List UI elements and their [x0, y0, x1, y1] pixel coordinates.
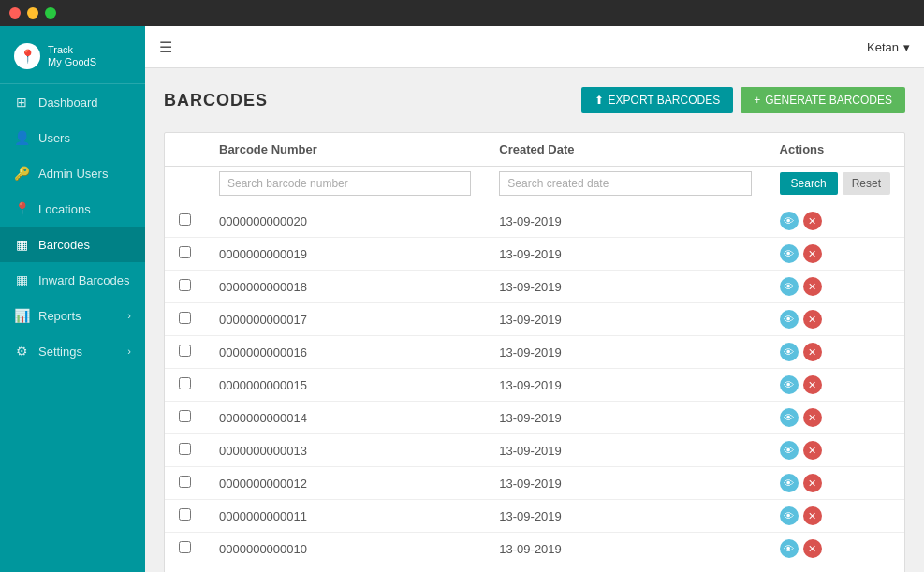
- view-icon[interactable]: 👁: [780, 310, 799, 329]
- edit-icon[interactable]: ✕: [803, 375, 822, 394]
- view-icon[interactable]: 👁: [780, 343, 799, 361]
- generate-barcodes-button[interactable]: + GENERATE BARCODES: [741, 87, 905, 113]
- row-checkbox-cell: [165, 369, 205, 402]
- table-row: 0000000000010 13-09-2019 👁 ✕: [165, 533, 904, 565]
- barcodes-table-container: Barcode Number Created Date Actions: [164, 132, 905, 572]
- table-row: 0000000000012 13-09-2019 👁 ✕: [165, 467, 904, 500]
- close-button[interactable]: [9, 7, 21, 19]
- location-icon: 📍: [14, 201, 29, 216]
- row-checkbox[interactable]: [179, 213, 191, 226]
- header-buttons: ⬆ EXPORT BARCODES + GENERATE BARCODES: [581, 87, 905, 113]
- row-date: 13-09-2019: [485, 238, 765, 271]
- edit-icon[interactable]: ✕: [803, 212, 822, 230]
- row-checkbox[interactable]: [179, 476, 191, 488]
- sidebar-item-barcodes[interactable]: ▦ Barcodes: [0, 227, 145, 262]
- action-icons: 👁 ✕: [780, 310, 890, 329]
- view-icon[interactable]: 👁: [780, 506, 799, 525]
- search-button[interactable]: Search: [780, 172, 838, 195]
- logo-icon: 📍: [14, 43, 40, 69]
- search-actions-cell: Search Reset: [766, 167, 904, 206]
- table-row: 0000000000020 13-09-2019 👁 ✕: [165, 205, 904, 238]
- search-date-input[interactable]: [499, 171, 751, 196]
- view-icon[interactable]: 👁: [780, 441, 799, 460]
- row-actions: 👁 ✕: [766, 303, 904, 336]
- edit-icon[interactable]: ✕: [803, 310, 822, 329]
- hamburger-button[interactable]: ☰: [159, 38, 172, 56]
- row-barcode: 0000000000017: [205, 303, 485, 336]
- sidebar-item-label: Locations: [38, 202, 91, 216]
- export-barcodes-button[interactable]: ⬆ EXPORT BARCODES: [581, 87, 734, 113]
- table-row: 0000000000016 13-09-2019 👁 ✕: [165, 336, 904, 369]
- row-checkbox[interactable]: [179, 541, 191, 553]
- row-barcode: 0000000000020: [205, 205, 485, 238]
- page-title: BARCODES: [164, 91, 268, 110]
- row-checkbox[interactable]: [179, 410, 191, 422]
- sidebar-item-inward-barcodes[interactable]: ▦ Inward Barcodes: [0, 262, 145, 298]
- table-row: 0000000000018 13-09-2019 👁 ✕: [165, 271, 904, 303]
- row-actions: 👁 ✕: [766, 271, 904, 303]
- view-icon[interactable]: 👁: [780, 375, 799, 394]
- sidebar-item-label: Reports: [38, 309, 81, 323]
- row-actions: 👁 ✕: [766, 238, 904, 271]
- col-checkbox: [165, 133, 205, 167]
- reset-button[interactable]: Reset: [843, 172, 890, 195]
- table-row: 0000000000011 13-09-2019 👁 ✕: [165, 500, 904, 533]
- edit-icon[interactable]: ✕: [803, 441, 822, 460]
- edit-icon[interactable]: ✕: [803, 277, 822, 296]
- view-icon[interactable]: 👁: [780, 277, 799, 296]
- sidebar-item-reports[interactable]: 📊 Reports ›: [0, 298, 145, 333]
- row-actions: 👁 ✕: [766, 336, 904, 369]
- edit-icon[interactable]: ✕: [803, 539, 822, 558]
- row-date: 13-09-2019: [485, 500, 765, 533]
- row-date: 13-09-2019: [485, 402, 765, 434]
- row-checkbox-cell: [165, 238, 205, 271]
- view-icon[interactable]: 👁: [780, 539, 799, 558]
- row-checkbox-cell: [165, 336, 205, 369]
- view-icon[interactable]: 👁: [780, 408, 799, 427]
- row-checkbox[interactable]: [179, 377, 191, 389]
- row-barcode: 0000000000009: [205, 565, 485, 573]
- users-icon: 👤: [14, 130, 29, 145]
- row-checkbox[interactable]: [179, 312, 191, 324]
- edit-icon[interactable]: ✕: [803, 474, 822, 492]
- search-date-cell: [485, 167, 765, 206]
- reports-arrow-icon: ›: [127, 310, 131, 321]
- row-date: 13-09-2019: [485, 271, 765, 303]
- sidebar-item-users[interactable]: 👤 Users: [0, 120, 145, 155]
- row-checkbox[interactable]: [179, 279, 191, 291]
- edit-icon[interactable]: ✕: [803, 408, 822, 427]
- view-icon[interactable]: 👁: [780, 244, 799, 263]
- col-actions: Actions: [766, 133, 904, 167]
- view-icon[interactable]: 👁: [780, 212, 799, 230]
- table-row: 0000000000019 13-09-2019 👁 ✕: [165, 238, 904, 271]
- sidebar-item-label: Dashboard: [38, 95, 98, 110]
- user-menu[interactable]: Ketan ▾: [867, 40, 910, 54]
- maximize-button[interactable]: [45, 7, 56, 19]
- view-icon[interactable]: 👁: [780, 474, 799, 492]
- minimize-button[interactable]: [27, 7, 38, 19]
- search-barcode-input[interactable]: [219, 171, 471, 196]
- edit-icon[interactable]: ✕: [803, 244, 822, 263]
- edit-icon[interactable]: ✕: [803, 343, 822, 361]
- action-icons: 👁 ✕: [780, 441, 890, 460]
- sidebar-item-locations[interactable]: 📍 Locations: [0, 191, 145, 227]
- row-checkbox[interactable]: [179, 246, 191, 258]
- row-barcode: 0000000000013: [205, 434, 485, 467]
- edit-icon[interactable]: ✕: [803, 506, 822, 525]
- row-checkbox[interactable]: [179, 508, 191, 521]
- row-checkbox-cell: [165, 205, 205, 238]
- col-created-date: Created Date: [485, 133, 765, 167]
- action-icons: 👁 ✕: [780, 539, 890, 558]
- row-actions: 👁 ✕: [766, 369, 904, 402]
- reports-icon: 📊: [14, 308, 29, 323]
- row-date: 13-09-2019: [485, 205, 765, 238]
- sidebar-item-dashboard[interactable]: ⊞ Dashboard: [0, 84, 145, 120]
- sidebar-item-admin-users[interactable]: 🔑 Admin Users: [0, 155, 145, 191]
- row-date: 13-09-2019: [485, 303, 765, 336]
- sidebar-item-settings[interactable]: ⚙ Settings ›: [0, 333, 145, 369]
- table-body: 0000000000020 13-09-2019 👁 ✕ 00000000000…: [165, 205, 904, 572]
- search-checkbox-cell: [165, 167, 205, 206]
- row-checkbox[interactable]: [179, 345, 191, 357]
- row-checkbox[interactable]: [179, 443, 191, 455]
- action-icons: 👁 ✕: [780, 375, 890, 394]
